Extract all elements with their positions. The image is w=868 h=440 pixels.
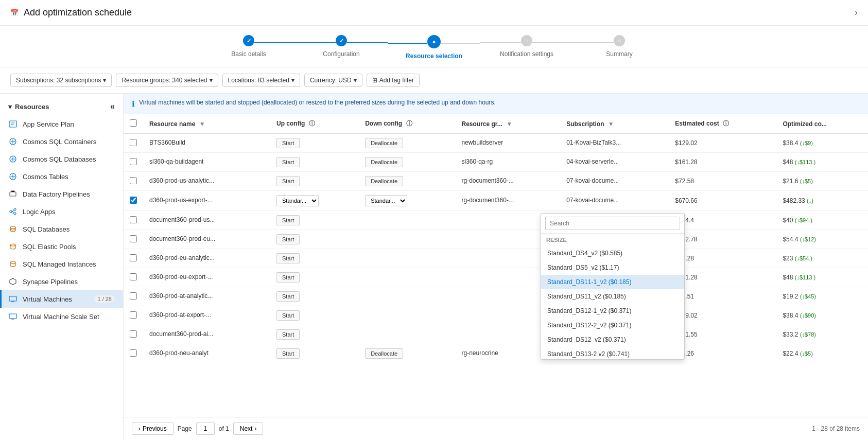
chevron-down-icon: ▾ xyxy=(354,77,357,84)
row-checkbox[interactable] xyxy=(130,158,137,165)
sql-elastic-pools-icon xyxy=(8,242,18,251)
row-checkbox[interactable] xyxy=(130,330,137,338)
row-checkbox[interactable] xyxy=(130,177,137,184)
sidebar-item-synapse-pipelines[interactable]: Synapse Pipelines xyxy=(0,273,123,290)
up-config-button[interactable]: Start xyxy=(276,310,300,321)
sidebar-item-cosmos-sql-databases[interactable]: Cosmos SQL Databases xyxy=(0,150,123,168)
next-button[interactable]: Next › xyxy=(233,423,264,435)
dropdown-item[interactable]: Standard_DS12-2_v2 ($0.371) xyxy=(541,318,684,332)
page-number-input[interactable] xyxy=(196,423,215,435)
sidebar-item-app-service-plan[interactable]: App Service Plan xyxy=(0,115,123,133)
resource-group-filter-icon[interactable]: ▼ xyxy=(506,120,512,128)
down-config-cell: Deallocate xyxy=(359,134,455,153)
row-checkbox[interactable] xyxy=(130,349,137,357)
table-row: d360-prod-at-export-... Start 07-kovai-d… xyxy=(124,306,868,325)
subscription-filter-icon[interactable]: ▼ xyxy=(608,120,614,128)
row-checkbox[interactable] xyxy=(130,273,137,280)
step-basic-details[interactable]: ✓ Basic details xyxy=(202,35,295,58)
pagination-bar: ‹ Previous Page of 1 Next › 1 - 28 of 28… xyxy=(124,417,868,440)
dropdown-item[interactable]: Standard_DS5_v2 ($1.17) xyxy=(541,260,684,275)
resource-name-cell: d360-prod-us-analytic... xyxy=(149,177,214,184)
sidebar-item-logic-apps[interactable]: Logic Apps xyxy=(0,203,123,220)
collapse-sidebar-button[interactable]: « xyxy=(110,102,115,111)
add-tag-filter-button[interactable]: ⊞ Add tag filter xyxy=(367,74,420,87)
optimized-cost-cell: $22.4 (↓$5) xyxy=(776,344,868,363)
dropdown-item[interactable]: Standard_DS12-1_v2 ($0.371) xyxy=(541,304,684,318)
dropdown-item[interactable]: Standard_DS11_v2 ($0.185) xyxy=(541,289,684,304)
page-title: Add optimization schedule xyxy=(24,7,132,18)
table-row: BTS360Build Start Deallocate newbuildser… xyxy=(124,134,868,153)
up-config-button[interactable]: Start xyxy=(276,253,300,263)
up-config-button[interactable]: Start xyxy=(276,176,300,186)
dropdown-item[interactable]: Standard_DS12_v2 ($0.371) xyxy=(541,332,684,347)
sidebar-item-label: Virtual Machine Scale Set xyxy=(23,313,99,321)
svg-marker-11 xyxy=(10,278,16,285)
down-config-button[interactable]: Deallocate xyxy=(365,348,403,359)
row-checkbox[interactable] xyxy=(130,254,137,261)
resources-table: Resource name ▼ Up config ⓘ Down config … xyxy=(124,114,868,363)
row-checkbox[interactable] xyxy=(130,216,137,223)
resource-name-cell: d360-prod-eu-analytic... xyxy=(149,254,215,261)
dropdown-item[interactable]: Standard_DS4_v2 ($0.585) xyxy=(541,246,684,260)
row-checkbox[interactable] xyxy=(130,292,137,300)
subscription-cell: 07-kovai-docume... xyxy=(566,197,619,204)
step-1-circle: ✓ xyxy=(243,35,254,46)
sql-managed-instances-icon xyxy=(8,259,18,269)
down-config-button[interactable]: Deallocate xyxy=(365,176,403,186)
sidebar-item-virtual-machine-scale-set[interactable]: Virtual Machine Scale Set xyxy=(0,308,123,325)
step-resource-selection[interactable]: ● Resource selection xyxy=(388,35,480,60)
down-config-button[interactable]: Deallocate xyxy=(365,157,403,167)
select-all-checkbox[interactable] xyxy=(130,119,137,127)
row-checkbox[interactable] xyxy=(130,139,137,146)
row-checkbox[interactable] xyxy=(130,235,137,242)
col-resource-name: Resource name ▼ xyxy=(143,114,270,134)
currency-filter[interactable]: Currency: USD ▾ xyxy=(304,74,362,87)
down-config-info-icon: ⓘ xyxy=(406,120,412,127)
sidebar-item-cosmos-tables[interactable]: Cosmos Tables xyxy=(0,168,123,185)
sidebar-item-data-factory-pipelines[interactable]: Data Factory Pipelines xyxy=(0,185,123,203)
estimated-cost-cell: $111.55 xyxy=(669,325,776,344)
row-checkbox[interactable] xyxy=(130,197,137,204)
resource-groups-filter[interactable]: Resource groups: 340 selected ▾ xyxy=(116,74,218,87)
sidebar-item-sql-managed-instances[interactable]: SQL Managed Instances xyxy=(0,255,123,273)
up-config-button[interactable]: Start xyxy=(276,234,300,244)
step-summary[interactable]: ○ Summary xyxy=(573,35,666,58)
resource-name-cell: BTS360Build xyxy=(149,139,185,146)
up-config-select[interactable]: Standar... xyxy=(276,195,319,206)
up-config-button[interactable]: Start xyxy=(276,329,300,340)
content-area: ℹ Virtual machines will be started and s… xyxy=(124,94,868,440)
table-row: d360-prod-us-export-... Standar... Stand… xyxy=(124,191,868,211)
up-config-button[interactable]: Start xyxy=(276,291,300,302)
row-checkbox[interactable] xyxy=(130,311,137,319)
up-config-button[interactable]: Start xyxy=(276,215,300,225)
down-config-button[interactable]: Deallocate xyxy=(365,138,403,148)
estimated-cost-cell: $64.51 xyxy=(669,287,776,306)
close-button[interactable]: › xyxy=(855,7,858,18)
down-config-cell xyxy=(359,306,455,325)
dropdown-item[interactable]: Standard_DS13-2 v2 ($0.741) xyxy=(541,347,684,359)
sidebar-item-virtual-machines[interactable]: Virtual Machines 1 / 28 xyxy=(0,290,123,308)
up-config-cell: Start xyxy=(270,306,359,325)
up-config-button[interactable]: Start xyxy=(276,138,300,148)
locations-filter[interactable]: Locations: 83 selected ▾ xyxy=(222,74,300,87)
sidebar-item-sql-elastic-pools[interactable]: SQL Elastic Pools xyxy=(0,238,123,255)
sidebar-item-label: Cosmos SQL Databases xyxy=(23,155,96,163)
resource-name-filter-icon[interactable]: ▼ xyxy=(199,120,205,128)
up-config-button[interactable]: Start xyxy=(276,157,300,167)
up-config-button[interactable]: Start xyxy=(276,272,300,283)
dropdown-search-input[interactable] xyxy=(545,217,680,230)
dropdown-item[interactable]: Standard_DS11-1_v2 ($0.185) xyxy=(541,275,684,289)
step-notification-settings[interactable]: ○ Notification settings xyxy=(480,35,573,58)
resource-name-cell: d360-prod-neu-analyt xyxy=(149,349,209,357)
down-config-select[interactable]: Standar... xyxy=(365,195,407,206)
step-2-label: Configuration xyxy=(323,50,359,58)
estimated-cost-cell: $161.28 xyxy=(669,153,776,172)
virtual-machines-badge: 1 / 28 xyxy=(94,295,115,303)
subscriptions-filter[interactable]: Subscriptions: 32 subscriptions ▾ xyxy=(10,74,112,87)
previous-button[interactable]: ‹ Previous xyxy=(132,423,173,435)
up-config-button[interactable]: Start xyxy=(276,348,300,359)
sidebar-item-sql-databases[interactable]: SQL Databases xyxy=(0,220,123,238)
sidebar-header: ▾ Resources « xyxy=(0,98,123,115)
step-configuration[interactable]: ✓ Configuration xyxy=(295,35,388,58)
sidebar-item-cosmos-sql-containers[interactable]: Cosmos SQL Containers xyxy=(0,133,123,150)
